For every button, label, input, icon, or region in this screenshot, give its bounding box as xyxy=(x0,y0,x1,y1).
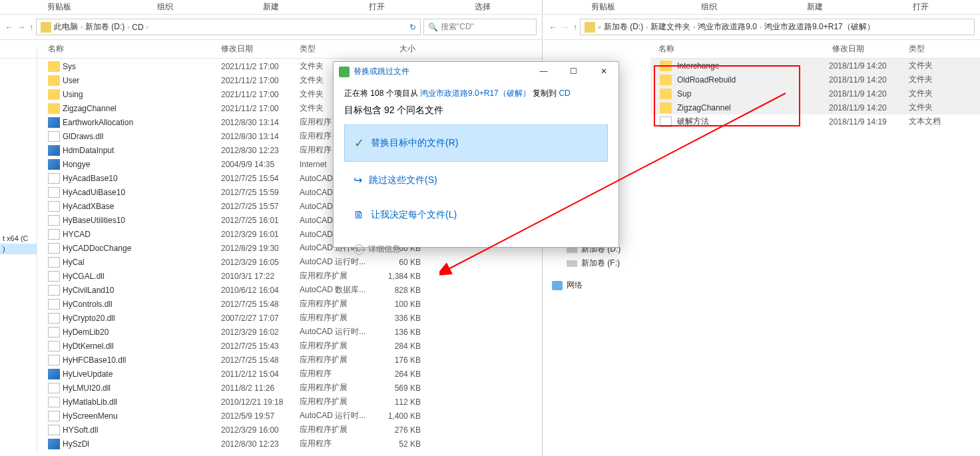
file-row[interactable]: Interchange2018/11/9 14:20文件夹 xyxy=(650,59,980,73)
forward-icon[interactable]: → xyxy=(561,23,569,32)
file-name: HyAcadUiBase10 xyxy=(63,188,221,197)
file-name: HyCal xyxy=(63,258,221,267)
file-row[interactable]: HyMatlabLib.dll2010/12/21 19:18应用程序扩展112… xyxy=(39,395,542,409)
file-date: 2021/11/2 17:00 xyxy=(221,76,300,85)
file-row[interactable]: HySzDl2012/8/30 12:23应用程序52 KB xyxy=(39,437,542,451)
file-row[interactable]: HyCGAL.dll2010/3/1 17:22应用程序扩展1,384 KB xyxy=(39,269,542,283)
file-row[interactable]: OldRoadRebuild2018/11/9 14:20文件夹 xyxy=(650,73,980,87)
ribbon-group-labels: 剪贴板 组织 新建 打开 选择 xyxy=(0,0,542,15)
file-date: 2018/11/9 14:20 xyxy=(829,103,909,113)
maximize-button[interactable]: ☐ xyxy=(559,62,589,81)
close-button[interactable]: ✕ xyxy=(589,62,618,81)
file-type: 文本文档 xyxy=(909,116,962,127)
ribbon-label: 组织 xyxy=(656,1,762,13)
breadcrumb[interactable]: 此电脑› 新加卷 (D:)› CD› ↻ xyxy=(36,19,421,35)
file-date: 2018/11/9 14:20 xyxy=(829,75,909,85)
file-row[interactable]: HyCivilLand102010/6/12 16:04AutoCAD 数据库.… xyxy=(39,283,542,297)
drive-icon xyxy=(41,22,51,33)
refresh-icon[interactable]: ↻ xyxy=(409,23,416,32)
details-toggle[interactable]: ⌄ 详细信息 xyxy=(344,237,608,262)
file-row[interactable]: HyScreenMenu2012/5/9 19:57AutoCAD 运行时...… xyxy=(39,409,542,423)
nav-bar: ← → ↑ « 新加卷 (D:)› 新建文件夹› 鸿业市政道路9.0› 鸿业市政… xyxy=(544,15,980,40)
col-type[interactable]: 类型 xyxy=(909,43,980,55)
search-input[interactable]: 🔍 搜索"CD" xyxy=(423,19,537,35)
skip-option[interactable]: ↪ 跳过这些文件(S) xyxy=(344,163,608,197)
dll-icon xyxy=(48,327,60,338)
file-row[interactable]: Sup2018/11/9 14:20文件夹 xyxy=(650,87,980,101)
file-row[interactable]: HyDemLib202012/3/29 16:02AutoCAD 运行时...1… xyxy=(39,325,542,339)
crumb[interactable]: 新建文件夹 xyxy=(650,21,690,33)
dialog-title: 替换或跳过文件 xyxy=(354,66,409,77)
file-row[interactable]: HyLiveUpdate2011/2/12 15:04应用程序264 KB xyxy=(39,367,542,381)
ribbon-label: 选择 xyxy=(429,1,535,13)
col-type[interactable]: 类型 xyxy=(300,43,373,55)
file-row[interactable]: HyControls.dll2012/7/25 15:48应用程序扩展100 K… xyxy=(39,297,542,311)
decide-option[interactable]: 🗎 让我决定每个文件(L) xyxy=(344,198,608,232)
file-name: HyAcadXBase xyxy=(63,202,221,211)
skip-icon: ↪ xyxy=(354,174,362,186)
file-type: 文件夹 xyxy=(909,74,962,85)
forward-icon[interactable]: → xyxy=(17,23,25,32)
col-name[interactable]: 名称 xyxy=(658,43,832,55)
crumb[interactable]: 鸿业市政道路9.0+R17（破解） xyxy=(764,21,875,33)
col-name[interactable]: 名称 xyxy=(48,43,221,55)
columns-header[interactable]: 名称 修改日期 类型 xyxy=(650,40,980,59)
col-date[interactable]: 修改日期 xyxy=(221,43,300,55)
file-name: Interchange xyxy=(660,61,829,71)
up-icon[interactable]: ↑ xyxy=(29,23,33,32)
file-date: 2012/3/29 16:05 xyxy=(221,258,300,267)
sidebar-item-network[interactable]: 网络 xyxy=(548,278,646,292)
source-link[interactable]: 鸿业市政道路9.0+R17（破解） xyxy=(420,89,531,98)
back-icon[interactable]: ← xyxy=(5,23,13,32)
sidebar-item-selected[interactable]: ) xyxy=(0,244,37,254)
col-size[interactable]: 大小 xyxy=(373,43,426,55)
file-date: 2012/3/29 16:00 xyxy=(221,425,300,435)
dialog-icon xyxy=(339,67,350,77)
file-row[interactable]: HyCrypto20.dll2007/2/27 17:07应用程序扩展336 K… xyxy=(39,311,542,325)
folder-icon xyxy=(48,61,60,72)
file-date: 2004/9/9 14:35 xyxy=(221,160,300,169)
crumb[interactable]: 新加卷 (D:) xyxy=(85,21,124,33)
file-row[interactable]: 破解方法2018/11/9 14:19文本文档 xyxy=(650,114,980,128)
app-icon xyxy=(48,369,60,379)
ribbon-label: 剪贴板 xyxy=(7,1,113,13)
file-date: 2007/2/27 17:07 xyxy=(221,314,300,323)
file-date: 2012/8/30 13:14 xyxy=(221,118,300,127)
breadcrumb[interactable]: « 新加卷 (D:)› 新建文件夹› 鸿业市政道路9.0› 鸿业市政道路9.0+… xyxy=(580,19,975,35)
dest-link[interactable]: CD xyxy=(559,89,570,98)
file-row[interactable]: HYSoft.dll2012/3/29 16:00应用程序扩展276 KB xyxy=(39,423,542,437)
col-date[interactable]: 修改日期 xyxy=(832,43,909,55)
file-name: GlDraws.dll xyxy=(63,132,221,141)
file-row[interactable]: HyDtKernel.dll2012/7/25 15:43应用程序扩展284 K… xyxy=(39,339,542,353)
option-label: 让我决定每个文件(L) xyxy=(371,209,457,221)
file-date: 2012/7/25 15:48 xyxy=(221,300,300,309)
file-name: 破解方法 xyxy=(660,116,829,127)
file-date: 2021/11/2 17:00 xyxy=(221,90,300,99)
back-icon[interactable]: ← xyxy=(549,23,557,32)
option-label: 替换目标中的文件(R) xyxy=(371,137,458,149)
up-icon[interactable]: ↑ xyxy=(573,23,577,32)
folder-tree-sidebar[interactable]: t x64 (C ) xyxy=(0,47,37,453)
ribbon-label: 新建 xyxy=(218,1,324,13)
file-type: AutoCAD 运行时... xyxy=(300,326,373,338)
file-name: HyScreenMenu xyxy=(63,411,221,421)
file-name: HyAcadBase10 xyxy=(63,174,221,183)
minimize-button[interactable]: — xyxy=(529,62,559,81)
sidebar-item[interactable]: t x64 (C xyxy=(0,233,37,244)
crumb[interactable]: 新加卷 (D:) xyxy=(604,21,643,33)
file-type: 文件夹 xyxy=(909,88,962,99)
file-row[interactable]: HyHFCBase10.dll2012/7/25 15:48应用程序扩展176 … xyxy=(39,353,542,367)
crumb[interactable]: 此电脑 xyxy=(54,21,78,33)
file-name: EarthworkAllocation xyxy=(63,118,221,127)
replace-option[interactable]: ✓ 替换目标中的文件(R) xyxy=(344,124,608,162)
crumb[interactable]: 鸿业市政道路9.0 xyxy=(698,21,757,33)
file-date: 2012/8/30 12:23 xyxy=(221,146,300,155)
file-row[interactable]: ZigzagChannel2018/11/9 14:20文件夹 xyxy=(650,101,980,114)
crumb[interactable]: CD xyxy=(132,23,143,32)
columns-header[interactable]: 名称 修改日期 类型 大小 xyxy=(0,40,542,59)
file-name: Sup xyxy=(660,89,829,99)
dll-icon xyxy=(48,131,60,142)
file-date: 2012/8/29 19:30 xyxy=(221,244,300,253)
network-icon xyxy=(552,281,563,290)
file-row[interactable]: HyLMUI20.dll2011/8/2 11:26应用程序扩展569 KB xyxy=(39,381,542,395)
